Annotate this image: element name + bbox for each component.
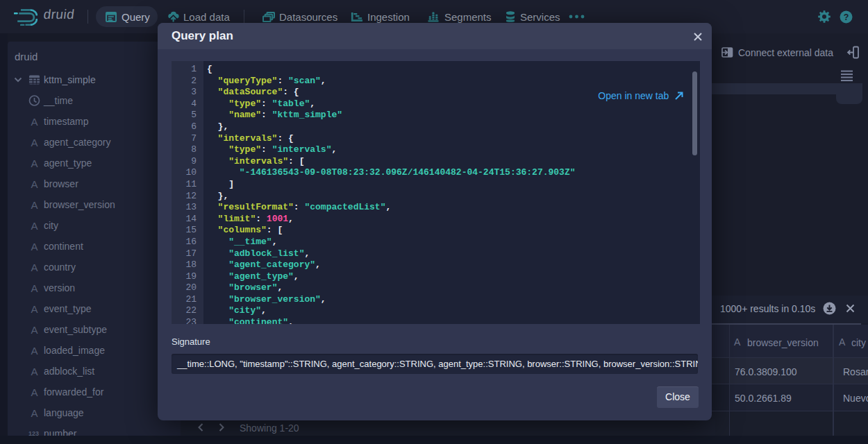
- svg-text:?: ?: [844, 12, 849, 22]
